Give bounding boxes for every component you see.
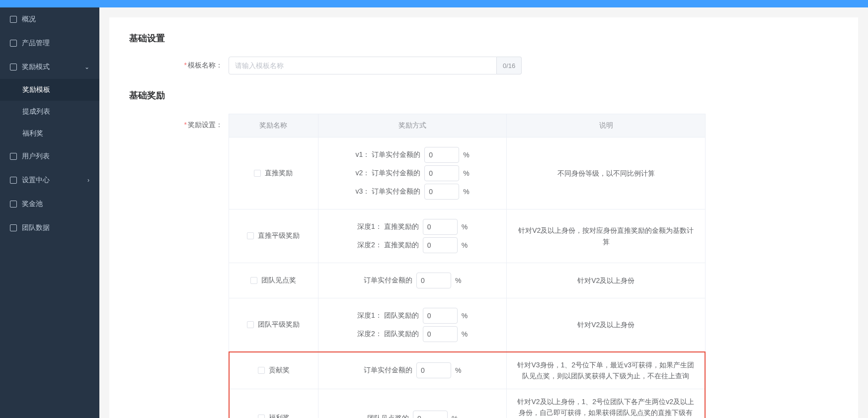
welfare-input[interactable] [413,411,448,418]
sidebar: 概况 产品管理 奖励模式 ⌄ 奖励模板 提成列表 福利奖 用户列表 设置中心 › [0,7,99,418]
sidebar-item-users[interactable]: 用户列表 [0,144,99,168]
menu-icon [10,16,17,23]
sidebar-label: 奖励模式 [22,63,50,71]
depth1-team-input[interactable] [423,308,458,324]
table-row: 直推平级奖励 深度1： 直推奖励的% 深度2： 直推奖励的% 针对V2及以上身份… [229,209,706,263]
menu-icon [10,224,17,231]
sidebar-sub-reward-template[interactable]: 奖励模板 [0,79,99,101]
reward-table-highlighted: 贡献奖 订单实付金额的% 针对V3身份，1、2号位下单，最近v3可获得，如果产生… [229,351,706,418]
template-name-input[interactable] [229,57,497,74]
reward-name: 团队平级奖励 [258,320,300,329]
table-header-desc: 说明 [507,114,706,138]
team-point-input[interactable] [416,273,451,288]
sidebar-item-reward-mode[interactable]: 奖励模式 ⌄ [0,55,99,79]
menu-icon [10,201,17,208]
depth2-direct-input[interactable] [423,237,458,253]
menu-icon [10,153,17,160]
reward-desc: 针对V2及以上身份 [512,319,700,330]
reward-desc: 针对V2及以上身份，按对应身份直推奖励的金额为基数计算 [512,225,700,247]
checkbox-direct-push[interactable] [254,170,261,177]
section-title-basic-reward: 基础奖励 [129,89,838,101]
checkbox-team-level[interactable] [247,321,254,328]
sidebar-label: 概况 [22,15,36,24]
template-name-counter: 0/16 [497,57,522,74]
reward-table: 奖励名称 奖励方式 说明 直推奖励 [229,114,706,352]
reward-name: 直推奖励 [265,169,293,178]
top-header [0,0,868,7]
table-row: 团队见点奖 订单实付金额的% 针对V2及以上身份 [229,263,706,298]
sidebar-item-overview[interactable]: 概况 [0,7,99,31]
checkbox-team-point[interactable] [250,277,257,284]
template-name-label: *模板名称： [129,61,229,70]
sidebar-item-product[interactable]: 产品管理 [0,31,99,55]
reward-name: 直推平级奖励 [258,231,300,240]
sidebar-item-bonus-pool[interactable]: 奖金池 [0,192,99,216]
reward-desc: 针对V3身份，1、2号位下单，最近v3可获得，如果产生团队见点奖，则以团队奖获得… [512,359,700,382]
sidebar-label: 设置中心 [22,176,50,185]
sidebar-label: 团队数据 [22,223,50,232]
table-row: 福利奖 团队见点奖的% 针对V2及以上身份，1、2号位团队下各产生两位v2及以上… [229,389,705,418]
sidebar-sub-label: 奖励模板 [22,85,50,94]
reward-desc: 针对V2及以上身份，1、2号位团队下各产生两位v2及以上身份，自己即可获得，如果… [512,396,700,418]
sidebar-sub-commission-list[interactable]: 提成列表 [0,101,99,123]
table-header-method: 奖励方式 [318,114,507,138]
sidebar-sub-label: 福利奖 [22,129,43,138]
reward-setting-label: *奖励设置： [129,114,229,130]
v2-percent-input[interactable] [424,165,459,181]
chevron-right-icon: › [87,177,89,184]
checkbox-direct-push-level[interactable] [247,232,254,239]
checkbox-welfare[interactable] [258,415,265,418]
sidebar-label: 用户列表 [22,152,50,161]
table-row: 团队平级奖励 深度1： 团队奖励的% 深度2： 团队奖励的% 针对V2及以上身份 [229,298,706,352]
reward-desc: 针对V2及以上身份 [512,275,700,286]
table-header-name: 奖励名称 [229,114,318,138]
reward-desc: 不同身份等级，以不同比例计算 [512,168,700,179]
depth2-team-input[interactable] [423,326,458,342]
sidebar-label: 奖金池 [22,200,43,209]
contribution-input[interactable] [416,362,451,378]
sidebar-label: 产品管理 [22,39,50,48]
menu-icon [10,177,17,184]
sidebar-sub-label: 提成列表 [22,107,50,116]
chevron-down-icon: ⌄ [84,64,89,70]
sidebar-item-settings[interactable]: 设置中心 › [0,168,99,192]
sidebar-item-team-data[interactable]: 团队数据 [0,216,99,240]
menu-icon [10,64,17,70]
reward-name: 团队见点奖 [261,276,296,285]
v1-percent-input[interactable] [424,147,459,163]
checkbox-contribution[interactable] [258,367,265,374]
section-title-basic-settings: 基础设置 [129,32,838,44]
table-row: 直推奖励 v1： 订单实付金额的% v2： 订单实付金额的% v3： 订单实付金… [229,138,706,209]
table-row: 贡献奖 订单实付金额的% 针对V3身份，1、2号位下单，最近v3可获得，如果产生… [229,352,705,389]
main-content: 基础设置 *模板名称： 0/16 基础奖励 *奖励设置： [99,7,868,418]
reward-name: 福利奖 [269,414,290,418]
menu-icon [10,40,17,47]
v3-percent-input[interactable] [424,184,459,200]
reward-name: 贡献奖 [269,366,290,375]
sidebar-sub-welfare[interactable]: 福利奖 [0,123,99,144]
depth1-direct-input[interactable] [423,219,458,235]
